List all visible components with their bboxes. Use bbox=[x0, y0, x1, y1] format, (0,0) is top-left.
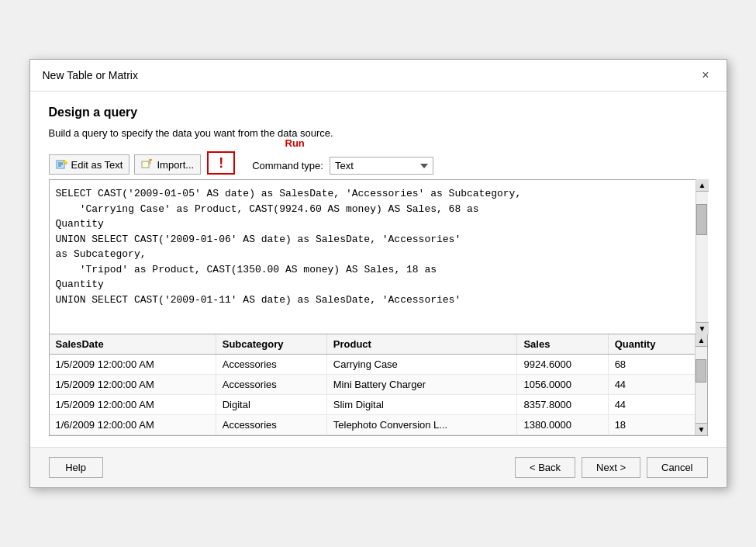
cancel-button[interactable]: Cancel bbox=[647, 457, 707, 478]
table-cell: 1380.0000 bbox=[517, 415, 608, 435]
command-type-label: Command type: bbox=[252, 160, 323, 171]
table-cell: Digital bbox=[216, 395, 326, 415]
edit-as-text-button[interactable]: Edit as Text bbox=[49, 154, 130, 175]
query-editor[interactable]: SELECT CAST('2009-01-05' AS date) as Sal… bbox=[49, 179, 708, 334]
edit-as-text-label: Edit as Text bbox=[71, 159, 123, 171]
toolbar: Run Edit as Text bbox=[49, 151, 708, 175]
col-product: Product bbox=[326, 334, 517, 355]
table-row: 1/5/2009 12:00:00 AMDigitalSlim Digital8… bbox=[50, 395, 707, 415]
table-cell: Telephoto Conversion L... bbox=[326, 415, 517, 435]
run-icon: ! bbox=[219, 156, 223, 170]
results-table-wrapper: SalesDate Subcategory Product Sales Quan… bbox=[49, 334, 708, 436]
footer: Help < Back Next > Cancel bbox=[30, 447, 727, 487]
import-label: Import... bbox=[157, 159, 194, 171]
edit-as-text-icon bbox=[56, 158, 68, 171]
col-sales: Sales bbox=[517, 334, 608, 355]
run-label: Run bbox=[285, 137, 305, 149]
table-cell: 1056.0000 bbox=[517, 375, 608, 395]
table-cell: 44 bbox=[608, 395, 706, 415]
col-subcategory: Subcategory bbox=[216, 334, 326, 355]
table-cell: 44 bbox=[608, 375, 706, 395]
run-button[interactable]: ! bbox=[207, 151, 235, 175]
results-body: 1/5/2009 12:00:00 AMAccessoriesCarrying … bbox=[50, 355, 707, 435]
table-cell: Accessories bbox=[216, 375, 326, 395]
svg-rect-5 bbox=[142, 161, 149, 168]
table-cell: 1/5/2009 12:00:00 AM bbox=[50, 395, 216, 415]
help-button[interactable]: Help bbox=[49, 457, 103, 478]
command-type-area: Command type: Text Stored Procedure Tabl… bbox=[252, 157, 433, 175]
next-button[interactable]: Next > bbox=[582, 457, 640, 478]
table-cell: Accessories bbox=[216, 415, 326, 435]
dialog-title: New Table or Matrix bbox=[43, 69, 138, 81]
import-button[interactable]: Import... bbox=[134, 154, 201, 175]
table-cell: 8357.8000 bbox=[517, 395, 608, 415]
section-title: Design a query bbox=[49, 106, 708, 119]
results-scrollbar[interactable]: ▲ ▼ bbox=[695, 334, 707, 435]
query-scrollbar[interactable]: ▲ ▼ bbox=[696, 179, 708, 334]
table-header-row: SalesDate Subcategory Product Sales Quan… bbox=[50, 334, 707, 355]
command-type-select[interactable]: Text Stored Procedure Table Direct bbox=[330, 157, 433, 175]
dialog: New Table or Matrix × Design a query Bui… bbox=[29, 59, 727, 488]
table-row: 1/5/2009 12:00:00 AMAccessoriesCarrying … bbox=[50, 355, 707, 375]
table-row: 1/5/2009 12:00:00 AMAccessoriesMini Batt… bbox=[50, 375, 707, 395]
close-button[interactable]: × bbox=[697, 68, 713, 83]
table-cell: 68 bbox=[608, 355, 706, 375]
table-cell: Carrying Case bbox=[326, 355, 517, 375]
table-cell: 18 bbox=[608, 415, 706, 435]
results-table: SalesDate Subcategory Product Sales Quan… bbox=[50, 334, 707, 435]
back-button[interactable]: < Back bbox=[515, 457, 575, 478]
footer-right: < Back Next > Cancel bbox=[515, 457, 708, 478]
title-bar: New Table or Matrix × bbox=[30, 60, 727, 92]
dialog-content: Design a query Build a query to specify … bbox=[30, 92, 727, 447]
table-cell: 9924.6000 bbox=[517, 355, 608, 375]
description-text: Build a query to specify the data you wa… bbox=[49, 127, 708, 139]
col-salesdate: SalesDate bbox=[50, 334, 216, 355]
table-cell: 1/5/2009 12:00:00 AM bbox=[50, 355, 216, 375]
query-scrollbar-thumb[interactable] bbox=[696, 204, 707, 235]
table-cell: Accessories bbox=[216, 355, 326, 375]
query-editor-wrapper: SELECT CAST('2009-01-05' AS date) as Sal… bbox=[49, 179, 708, 334]
table-cell: Slim Digital bbox=[326, 395, 517, 415]
table-cell: 1/6/2009 12:00:00 AM bbox=[50, 415, 216, 435]
table-cell: 1/5/2009 12:00:00 AM bbox=[50, 375, 216, 395]
import-icon bbox=[141, 158, 154, 171]
table-row: 1/6/2009 12:00:00 AMAccessoriesTelephoto… bbox=[50, 415, 707, 435]
table-cell: Mini Battery Charger bbox=[326, 375, 517, 395]
col-quantity: Quantity bbox=[608, 334, 706, 355]
results-scrollbar-thumb[interactable] bbox=[696, 359, 706, 383]
